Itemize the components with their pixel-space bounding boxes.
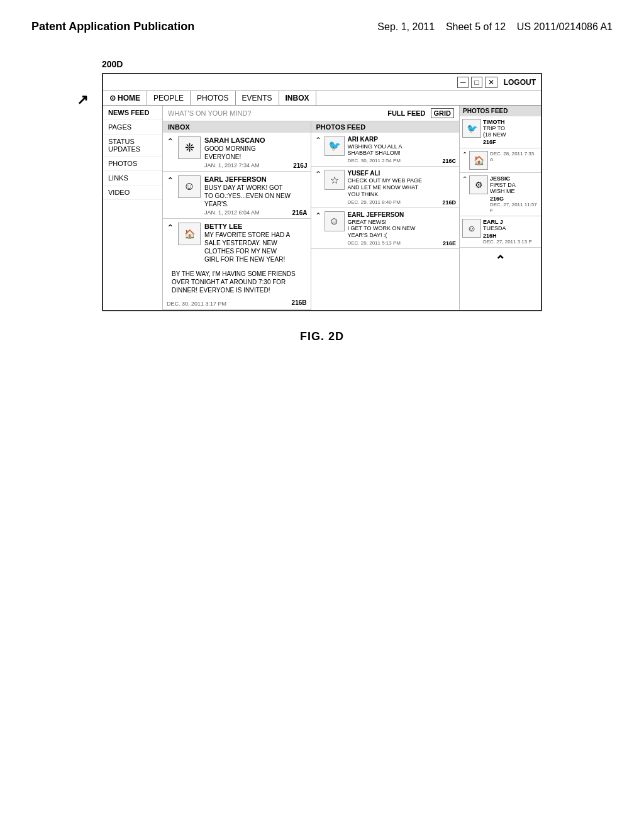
text-yusef: CHECK OUT MY WEB PAGEAND LET ME KNOW WHA… <box>348 177 456 197</box>
avatar-earl: ☺ <box>178 175 201 198</box>
text-ari: WISHING YOU ALL ASHABBAT SHALOM! <box>348 143 456 157</box>
avatar-timoth: 🐦 <box>462 119 481 138</box>
content-betty: BETTY LEE MY FAVORITE STORE HAD ASALE YE… <box>204 223 307 263</box>
date-earl-j: DEC. 27, 2011 3:13 P <box>483 239 538 245</box>
nav-events[interactable]: EVENTS <box>236 91 279 105</box>
name-ari: ARI KARP <box>348 136 456 143</box>
name-jessic: JESSIC <box>490 175 538 182</box>
grid-header: PHOTOS FEED <box>460 106 541 116</box>
main-nav: ⊙ HOME PEOPLE PHOTOS EVENTS INBOX <box>103 91 541 106</box>
avatar-jessic: ⚙ <box>469 175 488 194</box>
upvote-betty[interactable]: ⌃ <box>167 223 174 233</box>
label-jessic: 216G <box>490 196 538 202</box>
patent-date: Sep. 1, 2011 <box>377 21 435 32</box>
window-close-icon[interactable]: ✕ <box>485 77 497 88</box>
name-earl2: EARL JEFFERSON <box>348 211 456 218</box>
feed-item-earl2: ⌃ ☺ EARL JEFFERSON GREAT NEWS!I GET TO W… <box>311 208 460 249</box>
feed-columns: INBOX ⌃ ❊ SARAH LASCANO GOOD MORNINGEVER… <box>163 121 459 310</box>
upvote-sarah[interactable]: ⌃ <box>167 136 174 147</box>
grid-scroll-up[interactable]: ⌃ <box>460 248 541 273</box>
upvote-jessic[interactable]: ⌃ <box>462 175 467 182</box>
label-ari: 216C <box>442 158 456 164</box>
logout-button[interactable]: LOGOUT <box>504 78 536 87</box>
grid-item-timoth: 🐦 TIMOTH TRIP TO(18 NEW 216F <box>460 116 541 148</box>
text-earl2: GREAT NEWS!I GET TO WORK ON NEWYEAR'S DA… <box>348 219 456 239</box>
text-earl-j: TUESDA <box>483 225 538 231</box>
grid-item-house: ⌃ 🏠 DEC. 28, 2011 7:33 A <box>460 148 541 173</box>
figure-area: 200D ↗ ─ □ ✕ LOGOUT ⊙ HOME PEOPLE PHOTOS… <box>0 42 644 356</box>
window-restore-icon[interactable]: □ <box>471 77 482 88</box>
avatar-house: 🏠 <box>469 151 488 170</box>
whats-on-mind[interactable]: WHAT'S ON YOUR MIND? <box>168 109 387 117</box>
sidebar-news-feed[interactable]: NEWS FEED <box>103 106 162 120</box>
text-sarah: GOOD MORNINGEVERYONE! <box>204 145 307 161</box>
page-header: Patent Application Publication Sep. 1, 2… <box>0 0 644 42</box>
content-yusef: YUSEF ALI CHECK OUT MY WEB PAGEAND LET M… <box>348 170 456 204</box>
date-house: DEC. 28, 2011 7:33 A <box>490 151 538 162</box>
upvote-house[interactable]: ⌃ <box>462 151 467 158</box>
upvote-ari[interactable]: ⌃ <box>315 136 321 145</box>
up-arrow-icon: ⌃ <box>495 253 506 268</box>
window-minimize-icon[interactable]: ─ <box>457 77 469 88</box>
home-icon: ⊙ <box>109 94 116 102</box>
content-area: NEWS FEED PAGES STATUS UPDATES PHOTOS LI… <box>103 106 541 310</box>
patent-number: US 2011/0214086 A1 <box>517 21 613 32</box>
text-betty: MY FAVORITE STORE HAD ASALE YESTERDAY. N… <box>204 231 307 263</box>
name-betty: BETTY LEE <box>204 223 307 230</box>
sidebar-photos[interactable]: PHOTOS <box>103 157 162 171</box>
text-earl: BUSY DAY AT WORK! GOTTO GO.:YES...EVEN O… <box>204 184 307 208</box>
content-house: DEC. 28, 2011 7:33 A <box>488 151 538 162</box>
avatar-sarah: ❊ <box>178 136 201 159</box>
inbox-item-betty: ⌃ 🏠 BETTY LEE MY FAVORITE STORE HAD ASAL… <box>163 219 311 310</box>
label-betty: 216B <box>292 299 307 307</box>
main-content: WHAT'S ON YOUR MIND? FULL FEED GRID INBO… <box>163 106 459 310</box>
sidebar-links[interactable]: LINKS <box>103 171 162 185</box>
upvote-earl[interactable]: ⌃ <box>167 175 174 185</box>
nav-inbox[interactable]: INBOX <box>279 91 316 105</box>
grid-item-jessic: ⌃ ⚙ JESSIC FIRST DAWISH ME 216G DEC. 27,… <box>460 173 541 216</box>
upvote-yusef[interactable]: ⌃ <box>315 170 321 179</box>
full-feed-option[interactable]: FULL FEED <box>387 109 425 117</box>
full-feed-column: PHOTOS FEED ⌃ 🐦 ARI KARP WISHING YOU ALL… <box>311 121 460 310</box>
upvote-earl2[interactable]: ⌃ <box>315 211 321 220</box>
nav-photos[interactable]: PHOTOS <box>191 91 235 105</box>
avatar-earl-j: ☺ <box>462 219 481 238</box>
label-timoth: 216F <box>483 139 538 145</box>
date-ari: DEC. 30, 2011 2:54 PM <box>348 158 456 163</box>
date-earl2: DEC. 29, 2011 5:13 PM <box>348 240 456 246</box>
sidebar-pages[interactable]: PAGES <box>103 120 162 135</box>
text-betty-extra: BY THE WAY, I'M HAVING SOME FRIENDS OVER… <box>167 270 296 294</box>
inbox-item-sarah: ⌃ ❊ SARAH LASCANO GOOD MORNINGEVERYONE! … <box>163 133 311 172</box>
text-timoth: TRIP TO(18 NEW <box>483 125 538 138</box>
grid-column: PHOTOS FEED 🐦 TIMOTH TRIP TO(18 NEW 216F… <box>459 106 541 310</box>
figure-label: FIG. 2D <box>102 330 542 343</box>
left-sidebar: NEWS FEED PAGES STATUS UPDATES PHOTOS LI… <box>103 106 163 310</box>
date-betty: DEC. 30, 2011 3:17 PM <box>167 301 226 307</box>
nav-home[interactable]: ⊙ HOME <box>103 91 147 105</box>
name-earl: EARL JEFFERSON <box>204 175 307 183</box>
nav-people[interactable]: PEOPLE <box>147 91 191 105</box>
filter-bar: WHAT'S ON YOUR MIND? FULL FEED GRID <box>163 106 459 121</box>
content-earl: EARL JEFFERSON BUSY DAY AT WORK! GOTTO G… <box>204 175 307 216</box>
top-bar: ─ □ ✕ LOGOUT <box>103 74 541 91</box>
label-earl2: 216E <box>443 240 456 246</box>
content-jessic: JESSIC FIRST DAWISH ME 216G DEC. 27, 201… <box>488 175 538 213</box>
feed-item-ari: ⌃ 🐦 ARI KARP WISHING YOU ALL ASHABBAT SH… <box>311 133 460 167</box>
date-yusef: DEC. 29, 2011 8:40 PM <box>348 199 456 205</box>
patent-meta: Sep. 1, 2011 Sheet 5 of 12 US 2011/02140… <box>377 19 613 35</box>
date-sarah: JAN. 1, 2012 7:34 AM <box>204 162 307 169</box>
label-earl: 216A <box>292 209 308 216</box>
grid-option[interactable]: GRID <box>431 108 455 118</box>
patent-sheet: Sheet 5 of 12 <box>446 21 506 32</box>
inbox-column: INBOX ⌃ ❊ SARAH LASCANO GOOD MORNINGEVER… <box>163 121 311 310</box>
content-timoth: TIMOTH TRIP TO(18 NEW 216F <box>481 119 538 145</box>
sidebar-video[interactable]: VIDEO <box>103 185 162 200</box>
name-sarah: SARAH LASCANO <box>204 136 307 144</box>
feed-item-yusef: ⌃ ☆ YUSEF ALI CHECK OUT MY WEB PAGEAND L… <box>311 167 460 208</box>
sidebar-status-updates[interactable]: STATUS UPDATES <box>103 135 162 157</box>
patent-title: Patent Application Publication <box>31 19 194 35</box>
content-sarah: SARAH LASCANO GOOD MORNINGEVERYONE! JAN.… <box>204 136 307 169</box>
inbox-header: INBOX <box>163 121 311 133</box>
device-frame: ─ □ ✕ LOGOUT ⊙ HOME PEOPLE PHOTOS EVENTS… <box>102 73 542 311</box>
content-earl-j: EARL J TUESDA 216H DEC. 27, 2011 3:13 P <box>481 219 538 245</box>
